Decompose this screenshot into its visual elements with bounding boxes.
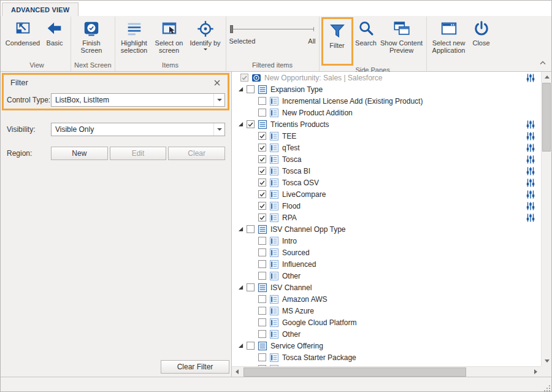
checkbox[interactable] bbox=[258, 353, 266, 361]
finish-screen-button[interactable]: Finish Screen bbox=[73, 17, 110, 55]
expander-icon[interactable] bbox=[237, 342, 245, 350]
scroll-right-arrow-icon[interactable] bbox=[531, 367, 541, 377]
identify-by-button[interactable]: Identify by bbox=[187, 17, 224, 52]
tree-row[interactable]: Service Offering bbox=[232, 340, 541, 352]
tree-row[interactable]: Amazon AWS bbox=[232, 293, 541, 305]
horizontal-scrollbar[interactable] bbox=[232, 366, 541, 377]
listbox-icon bbox=[258, 120, 267, 129]
close-button[interactable]: Close bbox=[469, 17, 494, 47]
expander-icon[interactable] bbox=[237, 283, 245, 291]
resize-grip-icon[interactable] bbox=[543, 384, 551, 392]
control-type-combobox[interactable]: ListBox, ListItem bbox=[51, 93, 225, 107]
expander-icon[interactable] bbox=[237, 225, 245, 233]
checkbox[interactable] bbox=[247, 85, 255, 93]
tree-row[interactable]: New Product Addition bbox=[232, 107, 541, 118]
scroll-up-arrow-icon[interactable] bbox=[542, 72, 552, 82]
scroll-down-arrow-icon[interactable] bbox=[542, 356, 552, 366]
basic-button[interactable]: Basic bbox=[40, 17, 69, 47]
tree-row[interactable]: LiveCompare bbox=[232, 188, 541, 200]
slider-track[interactable] bbox=[231, 29, 314, 29]
sliders-icon[interactable] bbox=[526, 166, 535, 176]
search-button[interactable]: Search bbox=[353, 17, 379, 47]
sliders-icon[interactable] bbox=[526, 155, 535, 164]
tree-row[interactable]: Tosca bbox=[232, 153, 541, 165]
checkbox[interactable] bbox=[247, 283, 255, 291]
filter-button[interactable]: Filter bbox=[324, 19, 351, 49]
tree-row[interactable]: Flood bbox=[232, 200, 541, 212]
slider-handle[interactable] bbox=[230, 25, 233, 33]
region-new-button[interactable]: New bbox=[51, 147, 108, 160]
region-clear-button[interactable]: Clear bbox=[168, 147, 225, 160]
checkbox[interactable] bbox=[258, 295, 266, 303]
sliders-icon[interactable] bbox=[526, 178, 535, 188]
tree-row[interactable]: MS Azure bbox=[232, 305, 541, 317]
sliders-icon[interactable] bbox=[526, 120, 535, 129]
tab-advanced-view[interactable]: ADVANCED VIEW bbox=[2, 2, 79, 16]
visibility-combobox[interactable]: Visible Only bbox=[51, 123, 225, 136]
checkbox[interactable] bbox=[258, 109, 266, 117]
expander-icon[interactable] bbox=[237, 85, 245, 93]
checkbox[interactable] bbox=[258, 202, 266, 210]
checkbox[interactable] bbox=[247, 120, 255, 128]
checkbox[interactable] bbox=[258, 260, 266, 268]
tree-row[interactable]: Tricentis Products bbox=[232, 118, 541, 130]
tree-row[interactable]: Sourced bbox=[232, 247, 541, 258]
tree-row[interactable]: Other bbox=[232, 328, 541, 340]
checkbox[interactable] bbox=[258, 237, 266, 245]
horizontal-scroll-thumb[interactable] bbox=[243, 367, 466, 377]
condensed-button[interactable]: Condensed bbox=[5, 17, 40, 47]
checkbox[interactable] bbox=[258, 167, 266, 175]
checkbox[interactable] bbox=[258, 144, 266, 152]
tree-row[interactable]: RPA bbox=[232, 212, 541, 223]
vertical-scrollbar[interactable] bbox=[541, 72, 551, 366]
expander-icon[interactable] bbox=[237, 120, 245, 128]
checkbox[interactable] bbox=[258, 307, 266, 315]
checkbox[interactable] bbox=[247, 342, 255, 350]
select-on-screen-button[interactable]: Select on screen bbox=[151, 17, 187, 55]
checkbox[interactable] bbox=[258, 155, 266, 163]
tree-row[interactable]: Tosca BI bbox=[232, 165, 541, 177]
tree-row[interactable]: Expansion Type bbox=[232, 83, 541, 95]
tree-row[interactable]: Intro bbox=[232, 235, 541, 247]
tree-row[interactable]: ISV Channel Opp Type bbox=[232, 223, 541, 235]
checkbox[interactable] bbox=[258, 190, 266, 198]
close-icon[interactable] bbox=[213, 79, 221, 87]
checkbox[interactable] bbox=[258, 318, 266, 326]
tree-row[interactable]: qTest bbox=[232, 142, 541, 153]
checkbox[interactable] bbox=[247, 225, 255, 233]
collapse-ribbon-chevron-icon[interactable] bbox=[539, 56, 546, 67]
tree-row[interactable]: New Opportunity: Sales | Salesforce bbox=[232, 72, 541, 83]
sliders-icon[interactable] bbox=[526, 73, 535, 83]
region-edit-button[interactable]: Edit bbox=[110, 147, 167, 160]
select-new-application-button[interactable]: Select new Application bbox=[429, 17, 469, 55]
checkbox[interactable] bbox=[258, 272, 266, 280]
scroll-left-arrow-icon[interactable] bbox=[232, 367, 242, 377]
tree-row[interactable]: Tosca Starter Package bbox=[232, 352, 541, 363]
chevron-down-icon[interactable] bbox=[213, 123, 224, 136]
highlight-selection-button[interactable]: Highlight selection bbox=[117, 17, 151, 55]
checkbox[interactable] bbox=[258, 132, 266, 140]
filtered-items-slider[interactable]: Selected All bbox=[229, 17, 316, 53]
tree-row[interactable]: Incremental License Add (Existing Produc… bbox=[232, 95, 541, 107]
checkbox[interactable] bbox=[258, 97, 266, 105]
sliders-icon[interactable] bbox=[526, 143, 535, 153]
vertical-scroll-thumb[interactable] bbox=[542, 83, 551, 152]
chevron-down-icon[interactable] bbox=[213, 94, 224, 106]
tree-row[interactable]: Tosca OSV bbox=[232, 177, 541, 188]
tree-row[interactable]: Other bbox=[232, 270, 541, 282]
tree-row[interactable]: Google Cloud Platform bbox=[232, 317, 541, 328]
tree-row[interactable]: ISV Channel bbox=[232, 282, 541, 293]
show-content-preview-button[interactable]: Show Content Preview bbox=[379, 17, 424, 55]
clear-filter-button[interactable]: Clear Filter bbox=[161, 360, 229, 374]
checkbox[interactable] bbox=[258, 248, 266, 256]
checkbox[interactable] bbox=[258, 179, 266, 186]
checkbox[interactable] bbox=[258, 213, 266, 221]
tree-row[interactable]: Influenced bbox=[232, 258, 541, 270]
checkbox[interactable] bbox=[240, 74, 248, 82]
tree-row[interactable]: TEE bbox=[232, 130, 541, 142]
sliders-icon[interactable] bbox=[526, 213, 535, 223]
sliders-icon[interactable] bbox=[526, 131, 535, 141]
sliders-icon[interactable] bbox=[526, 201, 535, 211]
checkbox[interactable] bbox=[258, 330, 266, 338]
sliders-icon[interactable] bbox=[526, 190, 535, 199]
